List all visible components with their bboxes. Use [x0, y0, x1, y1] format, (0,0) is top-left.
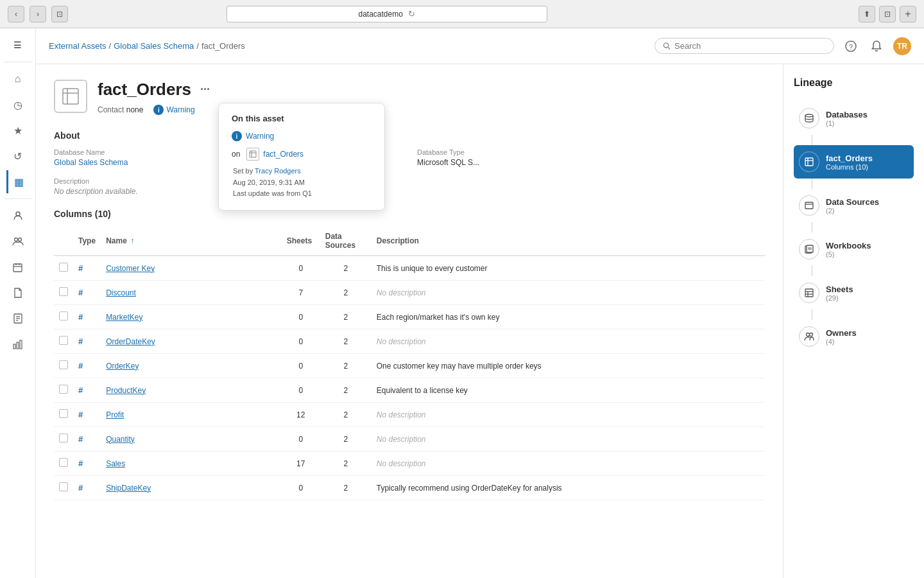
lineage-label-databases: Databases	[826, 110, 868, 119]
row-sheets-2: 0	[282, 305, 320, 329]
row-name-5[interactable]: ProductKey	[101, 378, 282, 403]
table-row: # OrderKey 0 2 One customer key may have…	[54, 354, 765, 378]
sidebar-toggle-btn[interactable]: ☰	[6, 33, 30, 57]
user-avatar[interactable]: TR	[893, 37, 911, 55]
about-db-type: Database Type Microsoft SQL S...	[417, 148, 765, 167]
tooltip-table-link[interactable]: fact_Orders	[263, 150, 304, 159]
row-type-6: #	[73, 403, 101, 427]
contact-row: Contact none i Warning	[98, 105, 765, 115]
share-btn[interactable]: ⬆	[859, 6, 875, 22]
row-name-6[interactable]: Profit	[101, 403, 282, 427]
sidebar-item-home[interactable]: ⌂	[6, 67, 30, 91]
table-row: # ProductKey 0 2 Equivalent to a license…	[54, 378, 765, 403]
columns-table: Type Name ↑ Sheets Data Sources Descript…	[54, 227, 765, 500]
breadcrumb-external-assets[interactable]: External Assets	[49, 41, 107, 51]
row-name-2[interactable]: MarketKey	[101, 305, 282, 329]
sidebar-item-files[interactable]	[6, 281, 30, 304]
help-icon[interactable]: ?	[842, 37, 860, 55]
row-name-0[interactable]: Customer Key	[101, 256, 282, 281]
row-name-7[interactable]: Quantity	[101, 427, 282, 451]
table-row: # Sales 17 2 No description	[54, 451, 765, 476]
row-sheets-7: 0	[282, 427, 320, 451]
row-sheets-9: 0	[282, 476, 320, 500]
row-desc-0: This is unique to every customer	[372, 256, 765, 281]
sidebar-item-history[interactable]: ↺	[6, 144, 30, 168]
svg-rect-28	[805, 202, 813, 209]
sidebar-item-groups[interactable]	[6, 230, 30, 253]
sidebar-item-data[interactable]: ▦	[6, 170, 30, 193]
svg-text:?: ?	[849, 42, 853, 50]
row-name-3[interactable]: OrderDateKey	[101, 329, 282, 354]
svg-point-38	[807, 333, 810, 337]
row-name-1[interactable]: Discount	[101, 281, 282, 305]
sidebar-item-people[interactable]	[6, 204, 30, 227]
about-description: Description No description available.	[54, 177, 765, 196]
table-row: # MarketKey 0 2 Each region/market has i…	[54, 305, 765, 329]
col-header-desc: Description	[372, 227, 765, 256]
lineage-item-sheets[interactable]: Sheets (29)	[794, 276, 914, 310]
search-input[interactable]	[674, 41, 826, 51]
lineage-sub-datasources: (2)	[826, 207, 879, 215]
fullscreen-btn[interactable]: ⊡	[879, 6, 896, 22]
row-checkbox-0[interactable]	[54, 256, 73, 281]
columns-tbody: # Customer Key 0 2 This is unique to eve…	[54, 256, 765, 500]
breadcrumb-current: fact_Orders	[201, 41, 245, 51]
row-checkbox-5[interactable]	[54, 378, 73, 403]
svg-line-15	[668, 48, 670, 49]
svg-rect-13	[20, 340, 22, 349]
row-checkbox-8[interactable]	[54, 451, 73, 476]
svg-point-14	[663, 43, 668, 48]
lineage-item-fact_orders[interactable]: fact_Orders Columns (10)	[794, 145, 914, 179]
columns-heading: Columns (10)	[54, 209, 765, 219]
sidebar-item-calendar[interactable]	[6, 256, 30, 279]
browser-back-btn[interactable]: ‹	[8, 6, 24, 22]
row-checkbox-9[interactable]	[54, 476, 73, 500]
browser-forward-btn[interactable]: ›	[30, 6, 46, 22]
asset-title-area: fact_Orders ··· Contact none i Warning	[98, 80, 765, 115]
table-row: # OrderDateKey 0 2 No description	[54, 329, 765, 354]
sidebar-item-reports[interactable]	[6, 333, 30, 356]
row-desc-1: No description	[372, 281, 765, 305]
about-db-type-value: Microsoft SQL S...	[417, 158, 765, 167]
row-name-9[interactable]: ShipDateKey	[101, 476, 282, 500]
lineage-connector	[812, 135, 812, 145]
row-name-8[interactable]: Sales	[101, 451, 282, 476]
sidebar-item-tasks[interactable]	[6, 307, 30, 330]
warning-badge[interactable]: i Warning	[153, 105, 194, 115]
sidebar-item-favorites[interactable]: ★	[6, 119, 30, 142]
browser-window-btn[interactable]: ⊡	[51, 6, 68, 22]
breadcrumb-global-sales[interactable]: Global Sales Schema	[114, 41, 194, 51]
col-header-checkbox	[54, 227, 73, 256]
lineage-icon-databases	[799, 108, 819, 128]
asset-title-row: fact_Orders ···	[98, 80, 765, 100]
sidebar-item-recent[interactable]: ◷	[6, 93, 30, 116]
row-checkbox-3[interactable]	[54, 329, 73, 354]
lineage-item-owners[interactable]: Owners (4)	[794, 320, 914, 353]
row-type-0: #	[73, 256, 101, 281]
svg-rect-3	[13, 264, 22, 272]
row-checkbox-7[interactable]	[54, 427, 73, 451]
row-checkbox-6[interactable]	[54, 403, 73, 427]
lineage-item-workbooks[interactable]: Workbooks (5)	[794, 232, 914, 266]
row-checkbox-2[interactable]	[54, 305, 73, 329]
address-bar: datacatdemo ↻	[227, 6, 547, 22]
warning-icon: i	[153, 105, 164, 115]
row-name-4[interactable]: OrderKey	[101, 354, 282, 378]
row-checkbox-4[interactable]	[54, 354, 73, 378]
row-desc-8: No description	[372, 451, 765, 476]
svg-rect-18	[63, 89, 78, 104]
reload-icon[interactable]: ↻	[408, 9, 415, 19]
row-datasources-0: 2	[320, 256, 372, 281]
table-row: # ShipDateKey 0 2 Typically recommend us…	[54, 476, 765, 500]
new-tab-btn[interactable]: +	[900, 6, 916, 22]
lineage-sub-workbooks: (5)	[826, 250, 871, 258]
asset-table-icon	[62, 87, 80, 105]
row-checkbox-1[interactable]	[54, 281, 73, 305]
lineage-item-datasources[interactable]: Data Sources (2)	[794, 189, 914, 222]
lineage-item-databases[interactable]: Databases (1)	[794, 101, 914, 135]
tooltip-set-by-user[interactable]: Tracy Rodgers	[255, 167, 301, 175]
asset-more-btn[interactable]: ···	[198, 83, 212, 96]
notifications-icon[interactable]	[868, 37, 886, 55]
search-box[interactable]	[654, 38, 834, 54]
about-desc-value: No description available.	[54, 187, 765, 196]
